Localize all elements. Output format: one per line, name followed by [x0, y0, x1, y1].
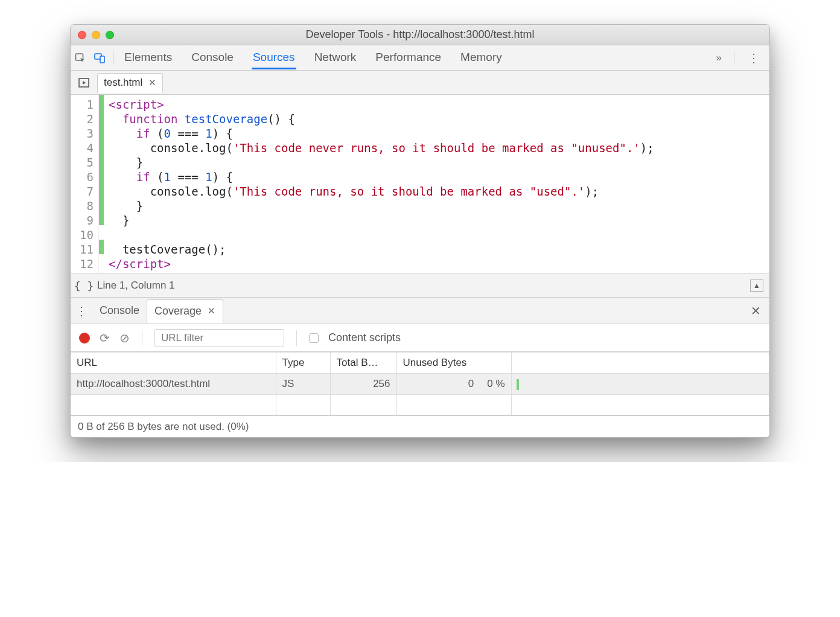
tab-sources[interactable]: Sources — [252, 46, 296, 69]
drawer-menu-icon[interactable]: ⋮ — [71, 304, 92, 318]
separator — [113, 51, 113, 65]
devtools-window: Developer Tools - http://localhost:3000/… — [70, 24, 770, 438]
tab-memory[interactable]: Memory — [459, 46, 503, 69]
drawer-tabbar: ⋮ Console Coverage ✕ ✕ — [71, 298, 769, 324]
header-unused-bytes[interactable]: Unused Bytes — [396, 353, 511, 374]
table-row — [71, 395, 769, 415]
tab-performance[interactable]: Performance — [374, 46, 442, 69]
pretty-print-icon[interactable]: { } — [71, 280, 97, 292]
device-toggle-icon[interactable] — [90, 52, 109, 64]
header-total-bytes[interactable]: Total B… — [330, 353, 396, 374]
zoom-icon[interactable] — [106, 31, 114, 39]
drawer-tab-label: Coverage — [154, 305, 202, 318]
file-tab-label: test.html — [104, 77, 142, 89]
table-header-row: URL Type Total B… Unused Bytes — [71, 353, 769, 374]
minimize-icon[interactable] — [92, 31, 100, 39]
overflow-icon[interactable]: » — [708, 52, 730, 64]
svg-rect-2 — [100, 56, 104, 63]
titlebar: Developer Tools - http://localhost:3000/… — [71, 25, 769, 45]
menu-icon[interactable]: ⋮ — [738, 51, 769, 65]
header-type[interactable]: Type — [276, 353, 330, 374]
close-icon[interactable]: ✕ — [208, 305, 215, 316]
show-navigator-icon[interactable] — [71, 77, 97, 89]
usage-bar — [517, 379, 519, 390]
cursor-position: Line 1, Column 1 — [97, 280, 175, 292]
source-editor[interactable]: 123456789101112 <script> function testCo… — [71, 95, 769, 273]
url-filter-input[interactable] — [154, 329, 284, 347]
separator — [734, 51, 734, 65]
drawer-tab-console[interactable]: Console — [92, 299, 147, 322]
close-icon[interactable] — [78, 31, 86, 39]
editor-statusbar: { } Line 1, Column 1 ▲ — [71, 273, 769, 298]
file-tab-test-html[interactable]: test.html ✕ — [97, 73, 163, 93]
coverage-table: URL Type Total B… Unused Bytes http://lo… — [71, 352, 769, 415]
reload-icon[interactable]: ⟳ — [100, 331, 110, 345]
header-url[interactable]: URL — [71, 353, 276, 374]
clear-icon[interactable]: ⊘ — [119, 331, 130, 345]
coverage-footer: 0 B of 256 B bytes are not used. (0%) — [71, 415, 769, 437]
content-scripts-label: Content scripts — [328, 331, 401, 344]
tab-network[interactable]: Network — [313, 46, 358, 69]
header-bar — [511, 353, 769, 374]
inspect-icon[interactable] — [71, 52, 90, 64]
panel-tabs: ElementsConsoleSourcesNetworkPerformance… — [123, 46, 503, 69]
line-gutter: 123456789101112 — [71, 95, 99, 273]
close-icon[interactable]: ✕ — [148, 77, 156, 88]
collapse-icon[interactable]: ▲ — [750, 280, 763, 292]
main-toolbar: ElementsConsoleSourcesNetworkPerformance… — [71, 45, 769, 71]
tab-console[interactable]: Console — [190, 46, 235, 69]
tab-elements[interactable]: Elements — [123, 46, 173, 69]
record-icon[interactable] — [79, 333, 90, 344]
drawer-tab-coverage[interactable]: Coverage ✕ — [147, 299, 223, 323]
window-controls — [78, 31, 114, 39]
window-title: Developer Tools - http://localhost:3000/… — [71, 28, 769, 41]
separator — [296, 330, 297, 346]
coverage-toolbar: ⟳ ⊘ Content scripts — [71, 324, 769, 352]
drawer-close-icon[interactable]: ✕ — [751, 304, 761, 318]
table-row[interactable]: http://localhost:3000/test.htmlJS25600 % — [71, 374, 769, 395]
code-area[interactable]: <script> function testCoverage() { if (0… — [104, 95, 769, 273]
coverage-gutter — [99, 95, 104, 273]
separator — [142, 330, 142, 346]
content-scripts-checkbox[interactable] — [309, 333, 319, 343]
file-tab-bar: test.html ✕ — [71, 71, 769, 95]
